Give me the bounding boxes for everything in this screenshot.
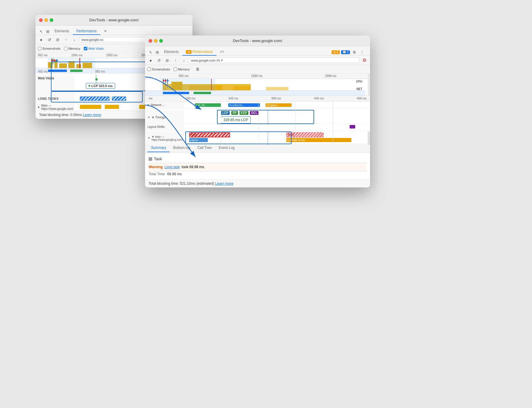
total-time-row: Total Time 69.98 ms bbox=[149, 171, 367, 177]
url-display-front: www.google.com #1 ▾ bbox=[189, 57, 359, 63]
cursor-icon-front[interactable] bbox=[147, 49, 154, 55]
bottom-panel-front: Summary Bottom-Up Call Tree Event Log Ta… bbox=[145, 144, 370, 187]
main-label-back: Main — https://www.google.com/ bbox=[36, 104, 74, 110]
lcp-tooltip: 329.65 ms LCP bbox=[221, 116, 251, 123]
tab-elements-back[interactable]: Elements bbox=[51, 28, 73, 35]
minimize-button-back[interactable] bbox=[44, 18, 48, 22]
checkbox-bar-front: Screenshots Memory 🗑 bbox=[145, 65, 370, 73]
net-bar-2: m=cdos,hs... bbox=[228, 103, 260, 107]
grid-line-1 bbox=[221, 102, 221, 108]
tracks-area-front: Network ... gen_20... m=cdos,hs... cb=ga… bbox=[145, 102, 370, 144]
memory-checkbox-front[interactable]: Memory bbox=[173, 68, 190, 71]
tab-event-log[interactable]: Event Log bbox=[215, 144, 238, 152]
tab-elements-front[interactable]: Elements bbox=[160, 49, 182, 56]
tab-more-front[interactable]: >> bbox=[216, 49, 228, 56]
main-bar-2 bbox=[105, 105, 119, 109]
cpu-graph-front: CPU bbox=[145, 79, 365, 91]
tab-call-tree[interactable]: Call Tree bbox=[194, 144, 215, 152]
traffic-lights-front bbox=[149, 39, 163, 43]
warn-icon: ⚠ bbox=[186, 50, 192, 54]
footer-front: Total blocking time: 521.10ms (estimated… bbox=[145, 179, 370, 187]
fcp-badge: FCP bbox=[240, 111, 248, 115]
detail-ruler-front: ms 299 ms 349 ms 399 ms 449 ms 499 ms bbox=[145, 96, 370, 102]
timings-track-front: ▼ Timings LCP FP FCP DCL 329.65 ms LCP bbox=[145, 109, 370, 123]
ruler-492ms: 492 ms bbox=[38, 70, 48, 73]
clear-icon[interactable]: ⊘ bbox=[54, 36, 61, 43]
layout-shifts-content bbox=[184, 123, 370, 130]
settings-icon-front[interactable] bbox=[351, 49, 358, 55]
window-title-back: DevTools - www.google.com/ bbox=[89, 18, 139, 22]
upload-icon[interactable]: ↑ bbox=[63, 36, 69, 43]
download-icon[interactable]: ↓ bbox=[71, 36, 78, 43]
scrollbar-timeline[interactable] bbox=[368, 73, 370, 95]
window-title-front: DevTools - www.google.com/ bbox=[233, 38, 282, 43]
screenshots-checkbox-back[interactable]: Screenshots bbox=[38, 47, 60, 50]
grid-line-3 bbox=[295, 102, 296, 108]
dashed-line-mid bbox=[268, 110, 268, 125]
cpu-label-front: CPU bbox=[356, 80, 362, 83]
devtools-window-front: DevTools - www.google.com/ Elements ⚠ Pe… bbox=[145, 36, 370, 187]
scrollbar-tracks[interactable] bbox=[368, 131, 370, 145]
upload-icon-front[interactable]: ↑ bbox=[172, 57, 179, 64]
screenshots-checkbox-front[interactable]: Screenshots bbox=[147, 68, 170, 71]
learn-more-front[interactable]: Learn more bbox=[215, 181, 233, 186]
task-bar-1[interactable]: Task bbox=[189, 132, 230, 137]
maximize-button-front[interactable] bbox=[159, 39, 163, 43]
learn-more-back[interactable]: Learn more bbox=[83, 113, 101, 117]
timings-label-front: ▼ Timings bbox=[145, 110, 184, 125]
title-bar-front: DevTools - www.google.com/ bbox=[145, 36, 370, 46]
maximize-button-back[interactable] bbox=[50, 18, 53, 22]
warning-row: Warning Long task took 69.98 ms. bbox=[149, 163, 367, 171]
net-bar-1: gen_20... bbox=[195, 103, 221, 107]
close-button-front[interactable] bbox=[149, 39, 152, 43]
clear-icon-front[interactable]: ⊘ bbox=[164, 57, 171, 64]
layers-icon-front[interactable] bbox=[154, 49, 160, 55]
lcp-badge: LCP bbox=[221, 111, 230, 115]
tab-close-back[interactable]: ✕ bbox=[100, 28, 110, 35]
dropdown-arrow: ▾ bbox=[221, 58, 223, 62]
network-label-front: Network ... bbox=[145, 102, 184, 108]
web-vitals-label: Web Vitals bbox=[36, 75, 74, 95]
lcp-label-box: LCP 323.5 ms bbox=[86, 83, 115, 89]
record-icon[interactable]: ● bbox=[38, 36, 44, 43]
main-bar-1 bbox=[80, 105, 101, 109]
trash-icon-front[interactable]: 🗑 bbox=[195, 66, 201, 73]
net-label-front: NET bbox=[356, 87, 362, 91]
layout-bar: Layout bbox=[189, 138, 208, 142]
settings-red-icon[interactable]: ⚙ bbox=[361, 57, 368, 64]
reload-icon-front[interactable]: ↺ bbox=[156, 57, 162, 64]
tab-bar-front: Elements ⚠ Performance >> ⚠ 1 💬 2 bbox=[145, 46, 370, 56]
tab-bottom-up[interactable]: Bottom-Up bbox=[170, 144, 194, 152]
minimize-button-front[interactable] bbox=[154, 39, 157, 43]
grid-line-4 bbox=[333, 102, 333, 108]
tab-performance-front[interactable]: ⚠ Performance bbox=[182, 49, 216, 56]
main-dashed-2 bbox=[268, 131, 268, 145]
tab-performance-back[interactable]: Performance bbox=[73, 28, 100, 35]
more-icon-front[interactable] bbox=[359, 49, 365, 55]
title-bar-back: DevTools - www.google.com/ bbox=[36, 15, 192, 25]
download-icon-front[interactable]: ↓ bbox=[181, 57, 187, 64]
task-title-row: Task bbox=[149, 155, 367, 163]
timings-content-front: LCP FP FCP DCL 329.65 ms LCP bbox=[184, 110, 370, 125]
long-tasks-label: LONG TASKS bbox=[36, 94, 74, 103]
layers-icon[interactable] bbox=[44, 28, 51, 35]
grid-line-2 bbox=[258, 102, 258, 108]
controls-bar-front: ● ↺ ⊘ ↑ ↓ www.google.com #1 ▾ ⚙ bbox=[145, 56, 370, 65]
main-content-front: Task Task Evaluate Script Layout bbox=[184, 131, 370, 145]
webvitals-checkbox-back[interactable]: Web Vitals bbox=[84, 47, 104, 50]
timing-badges-row: LCP FP FCP DCL bbox=[221, 111, 259, 115]
timeline-ruler-top: 999 ms 1999 ms 2999 ms bbox=[145, 73, 370, 79]
network-track-front: Network ... gen_20... m=cdos,hs... cb=ga… bbox=[145, 102, 370, 109]
cursor-icon[interactable] bbox=[38, 28, 44, 35]
task-icon bbox=[149, 157, 152, 161]
comment-count-badge: 💬 2 bbox=[341, 50, 350, 54]
memory-checkbox-back[interactable]: Memory bbox=[64, 47, 80, 50]
timeline-overview-front: 999 ms 1999 ms 2999 ms bbox=[145, 73, 370, 96]
reload-icon[interactable]: ↺ bbox=[46, 36, 53, 43]
evaluate-script-bar: Evaluate Script bbox=[286, 138, 352, 142]
record-icon-front[interactable]: ● bbox=[147, 57, 154, 64]
task-bar-2[interactable]: Task bbox=[286, 132, 324, 137]
close-button-back[interactable] bbox=[39, 18, 43, 22]
net-overview-front: NET bbox=[145, 90, 365, 95]
tab-summary[interactable]: Summary bbox=[147, 144, 170, 152]
